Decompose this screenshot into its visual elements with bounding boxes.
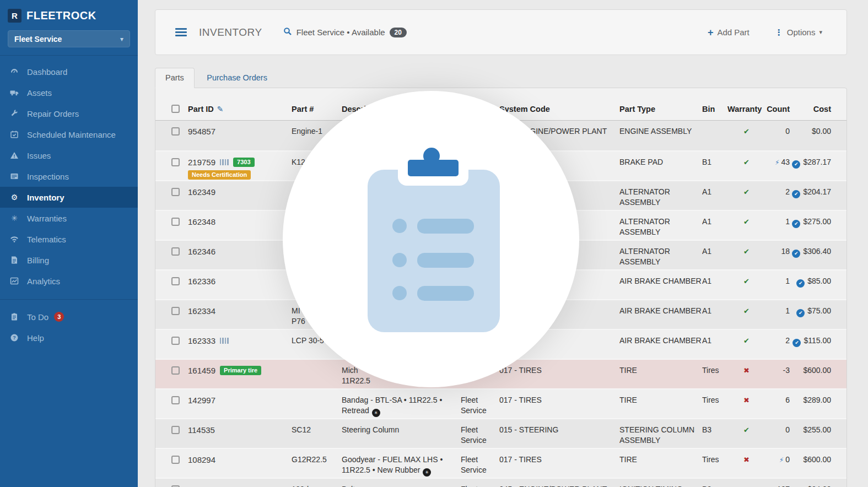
warranty-check-icon: ✔: [743, 158, 750, 166]
cost: $255.00: [790, 419, 831, 448]
sidebar-item-analytics[interactable]: Analytics: [0, 270, 138, 291]
sidebar-item-inventory[interactable]: ⚙ Inventory: [0, 187, 138, 208]
count: ⚡0: [767, 449, 790, 478]
sidebar-item-help[interactable]: ? Help: [0, 327, 138, 348]
column-header-part-id: Part ID✎: [188, 105, 292, 113]
sidebar-item-label: Billing: [27, 256, 49, 265]
table-row[interactable]: 102793 123-b Bolt FleetService 045 - ENG…: [155, 478, 847, 487]
account-selector[interactable]: Fleet Service ▾: [8, 30, 130, 47]
part-description: Bolt: [342, 479, 461, 487]
tab-purchase-orders[interactable]: Purchase Orders: [197, 68, 277, 88]
bin: Tires: [702, 360, 726, 388]
sidebar-item-warranties[interactable]: ✳ Warranties: [0, 208, 138, 229]
inspection-card-icon: [9, 172, 20, 181]
row-checkbox[interactable]: [171, 127, 180, 136]
row-checkbox[interactable]: [171, 426, 180, 434]
sidebar-item-assets[interactable]: Assets: [0, 82, 138, 103]
warranty-status: ✖: [726, 389, 767, 418]
bin: A1: [702, 211, 726, 240]
gauge-icon: [9, 67, 20, 76]
part-id: 142997: [188, 396, 215, 405]
tab-parts[interactable]: Parts: [155, 68, 195, 88]
sidebar-item-repair-orders[interactable]: Repair Orders: [0, 103, 138, 124]
edit-pencil-icon[interactable]: ✎: [217, 105, 224, 113]
cost: ✔$24.00: [790, 479, 831, 487]
row-checkbox[interactable]: [171, 188, 180, 196]
warranty-check-icon: ✔: [743, 426, 750, 434]
warranty-status: ✔: [726, 479, 767, 487]
add-part-button[interactable]: + Add Part: [708, 28, 750, 37]
sidebar-item-billing[interactable]: Billing: [0, 250, 138, 270]
warranty-status: ✔: [726, 121, 767, 150]
bin: A1: [702, 330, 726, 359]
sidebar-item-label: Inspections: [27, 172, 69, 181]
warranty-status: ✔: [726, 330, 767, 359]
row-checkbox[interactable]: [171, 158, 180, 166]
bin: Tires: [702, 449, 726, 478]
calendar-icon: [9, 130, 20, 139]
warranty-check-icon: ✔: [743, 277, 750, 285]
account-selector-value: Fleet Service: [14, 35, 62, 44]
row-checkbox[interactable]: [171, 307, 180, 315]
count: 2: [767, 330, 790, 359]
svg-text:?: ?: [13, 335, 16, 340]
warranty-check-icon: ✔: [743, 127, 750, 136]
flower-icon: ✳: [9, 214, 20, 222]
sidebar-item-scheduled-maintenance[interactable]: Scheduled Maintenance: [0, 124, 138, 145]
verified-cost-icon: ✔: [792, 220, 800, 228]
options-button[interactable]: ⋮ Options ▾: [775, 28, 822, 37]
count: 6: [767, 389, 790, 418]
sidebar-item-issues[interactable]: Issues: [0, 145, 138, 166]
table-row[interactable]: 142997 Bandag - BTL-SA • 11R22.5 •Retrea…: [155, 388, 847, 418]
invoice-icon: [9, 256, 20, 264]
row-checkbox[interactable]: [171, 218, 180, 226]
cost: $289.00: [790, 389, 831, 418]
row-checkbox[interactable]: [171, 337, 180, 345]
part-type: IGNITION TIMING: [619, 479, 702, 487]
warranty-check-icon: ✔: [743, 337, 750, 345]
clipboard-icon: [368, 170, 500, 332]
sidebar-item-label: Telematics: [27, 235, 66, 244]
sidebar-item-label: Scheduled Maintenance: [27, 130, 116, 139]
menu-toggle-icon[interactable]: [175, 26, 187, 38]
warranty-status: ✔: [726, 241, 767, 269]
part-number: 123-b: [292, 479, 342, 487]
part-id: 162334: [188, 306, 215, 316]
sidebar-item-telematics[interactable]: Telematics: [0, 229, 138, 250]
warranty-check-icon: ✔: [743, 307, 750, 315]
row-checkbox[interactable]: [171, 456, 180, 464]
sidebar-item-inspections[interactable]: Inspections: [0, 166, 138, 187]
cost: ✔$75.00: [790, 300, 831, 329]
part-description: Bandag - BTL-SA • 11R22.5 •Retread✳: [342, 389, 461, 418]
part-type: AIR BRAKE CHAMBER: [619, 300, 702, 329]
tire-icon: ✳: [423, 468, 431, 477]
column-header-bin: Bin: [702, 105, 726, 113]
row-checkbox[interactable]: [171, 277, 180, 285]
count: 2: [767, 181, 790, 210]
page-header: INVENTORY Fleet Service • Available 20 +…: [155, 9, 847, 55]
inventory-search[interactable]: Fleet Service • Available 20: [283, 27, 407, 38]
part-type: AIR BRAKE CHAMBER: [619, 330, 702, 359]
wifi-icon: [9, 235, 20, 244]
select-all-checkbox[interactable]: [171, 105, 180, 113]
sidebar-item-label: Repair Orders: [27, 109, 79, 118]
kebab-icon: ⋮: [775, 28, 783, 37]
bin: B3: [702, 419, 726, 448]
table-row[interactable]: 108294 G12R22.5 Goodyear - FUEL MAX LHS …: [155, 448, 847, 478]
row-checkbox[interactable]: [171, 396, 180, 404]
sidebar-item-todo[interactable]: To Do 3: [0, 306, 138, 327]
table-row[interactable]: 114535 SC12 Steering Column FleetService…: [155, 418, 847, 448]
todo-count-badge: 3: [54, 312, 64, 322]
sidebar-item-dashboard[interactable]: Dashboard: [0, 61, 138, 82]
status-badge: Needs Certification: [188, 170, 251, 180]
sidebar-item-label: Help: [27, 333, 44, 343]
system-code: 017 - TIRES: [499, 449, 619, 478]
sidebar: R FLEETROCK Fleet Service ▾ Dashboard As…: [0, 0, 138, 487]
part-number: G12R22.5: [292, 449, 342, 478]
sidebar-item-label: Analytics: [27, 277, 60, 286]
part-id: 162333: [188, 336, 215, 345]
row-checkbox[interactable]: [171, 247, 180, 256]
row-checkbox[interactable]: [171, 366, 180, 375]
sidebar-divider: [0, 299, 138, 306]
barcode-icon: [220, 338, 229, 344]
